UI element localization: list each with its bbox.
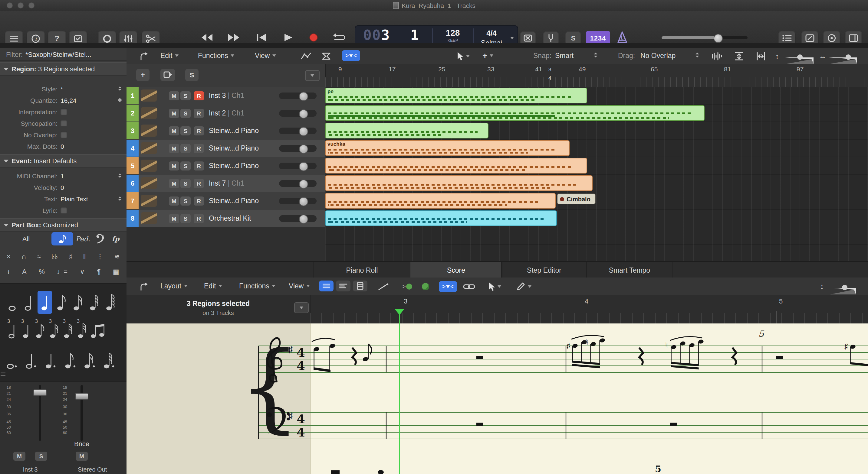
x-notehead-icon[interactable]: × <box>7 253 10 260</box>
region-name-tag[interactable]: Cimbalo <box>557 194 596 204</box>
disclosure-triangle-icon[interactable] <box>4 224 8 227</box>
track-row-3[interactable]: 3 M S R Steinw...d Piano <box>126 122 325 140</box>
flex-button[interactable] <box>321 52 331 61</box>
note-colors-button[interactable] <box>418 282 433 292</box>
half-note-cell[interactable] <box>21 291 36 314</box>
track-name[interactable]: Steinw...d Piano <box>209 127 278 134</box>
triplet-quarter-cell[interactable]: 3 <box>19 317 33 340</box>
track-volume-slider[interactable] <box>279 215 317 222</box>
syncopation-checkbox[interactable] <box>61 120 67 126</box>
partbox-tab-clef[interactable] <box>92 232 108 245</box>
track-record-button[interactable]: R <box>194 197 204 206</box>
stepper-icon[interactable] <box>118 87 122 91</box>
track-mute-button[interactable]: M <box>169 109 179 118</box>
track-record-button[interactable]: R <box>194 109 204 118</box>
quantize-row[interactable]: Quantize: 16,24 <box>0 94 126 106</box>
text-tool-icon[interactable]: A <box>22 268 27 275</box>
link-button[interactable] <box>463 283 475 290</box>
hierarchy-back-button[interactable] <box>138 52 148 61</box>
disclosure-triangle-icon[interactable] <box>4 67 8 70</box>
vertical-auto-zoom-button[interactable] <box>734 52 744 61</box>
track-header-menu-button[interactable] <box>305 70 319 81</box>
automation-button[interactable] <box>301 52 312 61</box>
catch-playhead-button[interactable]: >< <box>342 50 360 61</box>
track-volume-slider[interactable] <box>279 145 317 152</box>
layout-menu[interactable]: Layout <box>160 282 187 290</box>
stepper-icon[interactable] <box>118 173 122 178</box>
pointer-tool-menu[interactable] <box>487 282 501 292</box>
forward-button[interactable] <box>227 33 240 42</box>
note-input-button[interactable]: > <box>400 282 415 292</box>
beamed-group[interactable] <box>571 336 605 369</box>
note-group[interactable] <box>312 338 336 372</box>
channel-fader-knob[interactable] <box>75 393 88 400</box>
track-mute-button[interactable]: M <box>169 179 179 188</box>
style-row[interactable]: Style: * <box>0 83 126 94</box>
view-menu[interactable]: View <box>289 282 310 290</box>
dotted-eighth-cell[interactable] <box>63 349 78 372</box>
wrapped-view-button[interactable] <box>336 280 350 292</box>
text-row[interactable]: Text: Plain Text <box>0 193 126 204</box>
dotted-sixteenth-cell[interactable] <box>82 349 97 372</box>
track-mute-button[interactable]: M <box>169 197 179 206</box>
view-menu[interactable]: View <box>255 52 276 59</box>
metronome-button[interactable] <box>615 30 629 45</box>
track-record-button[interactable]: R <box>194 214 204 223</box>
event-section-header[interactable]: Event: Insert Defaults <box>0 154 126 167</box>
track-name[interactable]: Orchestral Kit <box>209 215 278 222</box>
horizontal-zoom-knob[interactable] <box>846 55 851 60</box>
functions-menu[interactable]: Functions <box>198 52 234 59</box>
triplet-half-cell[interactable]: 3 <box>5 317 19 340</box>
thirtysecond-note-cell[interactable] <box>87 291 101 314</box>
partbox-tab-fp[interactable]: fp <box>108 232 123 245</box>
track-name[interactable]: Inst 7 | Ch1 <box>209 179 278 187</box>
lcd-chevron-icon[interactable] <box>510 37 514 39</box>
linear-view-button[interactable] <box>319 280 334 292</box>
track-row-5[interactable]: 5 M S R Steinw...d Piano <box>126 157 325 175</box>
volume-knob[interactable] <box>714 34 723 43</box>
interpretation-row[interactable]: Interpretation: <box>0 106 126 117</box>
track-volume-slider[interactable] <box>279 128 317 134</box>
edit-menu[interactable]: Edit <box>160 52 179 59</box>
horizontal-auto-zoom-button[interactable] <box>756 52 766 61</box>
tab-piano-roll[interactable]: Piano Roll <box>313 262 411 278</box>
triplet-sixtyfourth-cell[interactable]: 3 <box>74 317 89 340</box>
track-solo-button[interactable]: S <box>180 126 191 135</box>
track-mute-button[interactable]: M <box>169 214 179 223</box>
barline-icon[interactable]: ‖ <box>83 253 86 260</box>
track-row-6[interactable]: 6 M S R Inst 7 | Ch1 <box>126 175 325 193</box>
score-zoom-knob[interactable] <box>842 285 847 290</box>
track-solo-button[interactable]: S <box>180 214 191 223</box>
disclosure-triangle-icon[interactable] <box>4 159 8 162</box>
track-solo-button[interactable]: S <box>180 109 191 118</box>
partbox-tab-pedal[interactable]: Ped. <box>74 232 92 245</box>
rewind-button[interactable] <box>200 33 214 42</box>
track-row-8[interactable]: 8 M S R Orchestral Kit <box>126 210 325 228</box>
accent-icon[interactable]: ∨ <box>80 268 85 275</box>
whole-note-cell[interactable] <box>5 291 19 314</box>
tempo-mark-icon[interactable]: ♩= <box>57 268 67 275</box>
quarter-note-cell-selected[interactable] <box>37 291 52 314</box>
wave-icon[interactable]: ≋ <box>114 252 120 260</box>
score-editor[interactable]: { ♯ ♯ 4 4 4 4 <box>126 324 868 474</box>
dotted-whole-cell[interactable] <box>5 349 19 372</box>
tab-step-editor[interactable]: Step Editor <box>501 262 587 278</box>
play-button[interactable] <box>282 33 293 42</box>
hierarchy-back-button[interactable] <box>138 282 148 291</box>
pointer-tool-menu[interactable] <box>456 52 470 61</box>
score-ruler-ticks[interactable] <box>310 313 868 324</box>
master-solo-button[interactable]: S <box>185 69 198 81</box>
track-volume-slider[interactable] <box>279 198 317 204</box>
channel-solo-button[interactable]: S <box>35 452 47 461</box>
bar-ruler[interactable]: 9 17 25 33 41 49 65 81 97 3 4 <box>325 64 868 87</box>
dotted-quarter-cell[interactable] <box>43 349 58 372</box>
waveform-zoom-button[interactable] <box>711 52 723 61</box>
midi-region-track1[interactable]: pe <box>325 88 587 103</box>
track-record-button[interactable]: R <box>194 162 204 170</box>
channel-fader-knob[interactable] <box>33 390 46 396</box>
midi-channel-row[interactable]: MIDI Channel: 1 <box>0 170 126 181</box>
track-volume-slider[interactable] <box>279 93 317 99</box>
lyric-row[interactable]: Lyric: <box>0 204 126 216</box>
midi-region-track8[interactable] <box>325 210 557 226</box>
pencil-tool-menu[interactable] <box>516 282 531 291</box>
